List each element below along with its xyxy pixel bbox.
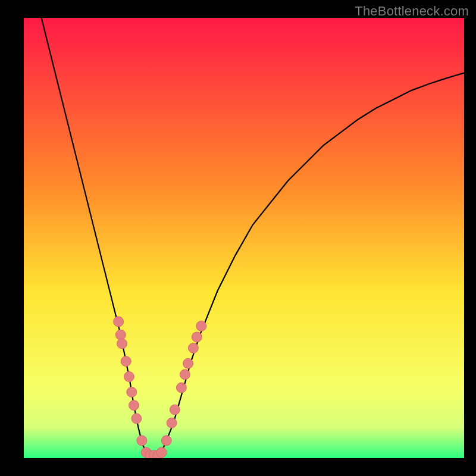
marker-point [188, 343, 198, 353]
marker-point [114, 317, 124, 327]
marker-point [117, 339, 127, 349]
marker-point [196, 321, 206, 331]
marker-point [124, 372, 134, 382]
watermark-text: TheBottleneck.com [355, 4, 469, 19]
marker-point [170, 405, 180, 415]
marker-point [180, 369, 190, 380]
marker-point [115, 330, 126, 340]
marker-point [192, 332, 202, 342]
marker-point [137, 436, 147, 446]
marker-point [127, 387, 137, 397]
marker-point [131, 414, 142, 424]
marker-point [121, 356, 131, 367]
marker-point [156, 447, 167, 458]
chart-stage: TheBottleneck.com [0, 0, 476, 476]
marker-point [183, 358, 193, 368]
marker-point [176, 383, 186, 393]
marker-point [167, 418, 177, 428]
marker-point [129, 400, 139, 411]
gradient-background [24, 18, 464, 458]
marker-point [161, 436, 171, 446]
bottleneck-chart [0, 0, 476, 476]
